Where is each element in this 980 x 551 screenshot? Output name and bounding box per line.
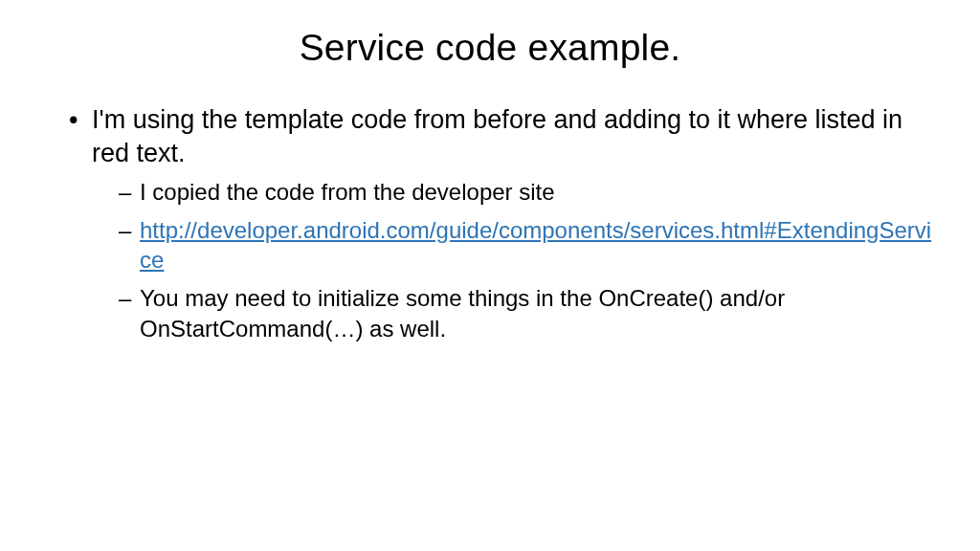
slide-content: I'm using the template code from before … [48, 103, 932, 343]
slide-title: Service code example. [48, 27, 932, 69]
sub-bullet-text: You may need to initialize some things i… [140, 285, 785, 342]
sub-bullet-item: I copied the code from the developer sit… [117, 177, 932, 208]
developer-link[interactable]: http://developer.android.com/guide/compo… [140, 217, 931, 274]
slide: Service code example. I'm using the temp… [0, 0, 980, 551]
bullet-text: I'm using the template code from before … [92, 105, 902, 167]
bullet-list-level1: I'm using the template code from before … [65, 103, 932, 343]
bullet-list-level2: I copied the code from the developer sit… [92, 177, 932, 343]
sub-bullet-item: http://developer.android.com/guide/compo… [117, 215, 932, 276]
sub-bullet-text: I copied the code from the developer sit… [140, 179, 555, 205]
sub-bullet-item: You may need to initialize some things i… [117, 283, 932, 343]
bullet-item: I'm using the template code from before … [65, 103, 932, 343]
